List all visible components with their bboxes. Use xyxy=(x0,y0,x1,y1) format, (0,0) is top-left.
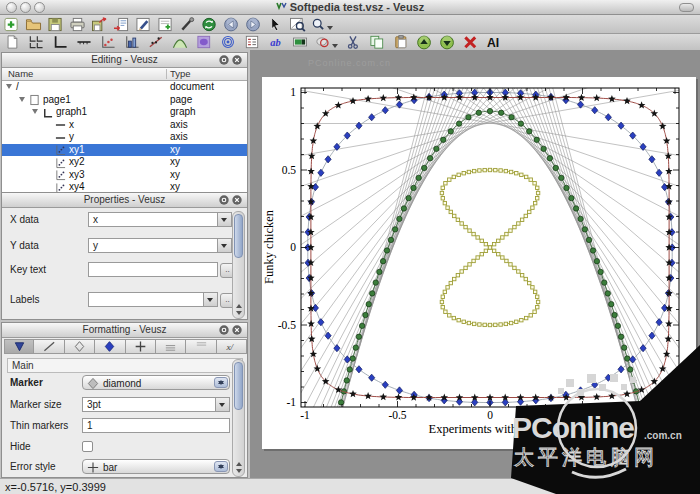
expander-icon[interactable] xyxy=(6,84,12,89)
svg-text:1: 1 xyxy=(290,86,296,98)
add-function-icon[interactable] xyxy=(171,34,189,50)
add-bar-icon[interactable] xyxy=(123,34,141,50)
widget-name[interactable]: xy2 xyxy=(69,156,85,169)
scroll-up-icon[interactable] xyxy=(236,304,242,308)
open-document-icon[interactable] xyxy=(25,16,42,32)
reload-datasets-icon[interactable] xyxy=(201,16,218,32)
tree-column-name[interactable]: Name xyxy=(8,68,33,79)
capture-data-icon[interactable] xyxy=(179,16,196,32)
formatting-scrollbar[interactable] xyxy=(232,359,245,477)
widget-name[interactable]: x xyxy=(69,119,74,132)
new-document-icon[interactable] xyxy=(3,16,20,32)
dropdown-button[interactable] xyxy=(203,293,217,306)
graph-canvas[interactable]: -1-0.500.5110.50-0.5-1Experiments with l… xyxy=(262,77,696,449)
tree-row-root[interactable]: /document xyxy=(2,81,247,94)
print-document-icon[interactable] xyxy=(69,16,86,32)
panel-close-icon[interactable] xyxy=(232,195,242,205)
expander-icon[interactable] xyxy=(19,97,25,102)
property-y-data-combo[interactable]: y xyxy=(88,238,232,253)
scrollbar-thumb[interactable] xyxy=(234,362,243,410)
rename-widget-icon[interactable]: AI xyxy=(485,34,503,50)
format-hide-checkbox[interactable] xyxy=(82,441,93,452)
format-error-style-popup[interactable]: bar xyxy=(82,459,230,474)
select-items-icon[interactable] xyxy=(267,16,284,32)
property-x-data-combo[interactable]: x xyxy=(88,212,232,227)
scroll-down-icon[interactable] xyxy=(236,311,242,315)
format-marker-popup[interactable]: diamond xyxy=(82,375,230,390)
format-marker-size-combo[interactable]: 3pt xyxy=(82,397,230,412)
save-document-icon[interactable] xyxy=(47,16,64,32)
widget-type: page xyxy=(170,94,192,107)
svg-text:-1: -1 xyxy=(300,409,310,421)
format-thin-markers-input[interactable]: 1 xyxy=(82,418,230,433)
delete-widget-icon[interactable] xyxy=(462,34,479,50)
document-view[interactable]: PConline.com.cn -1-0.500.5110.50-0.5-1Ex… xyxy=(250,50,700,478)
create-dataset-icon[interactable] xyxy=(157,16,174,32)
widget-name[interactable]: / xyxy=(16,81,19,94)
dropdown-button[interactable] xyxy=(217,239,231,252)
dropdown-caret-icon[interactable] xyxy=(327,26,333,30)
dropdown-caret-icon[interactable] xyxy=(332,44,338,48)
widget-name[interactable]: page1 xyxy=(43,94,71,107)
panel-float-icon[interactable] xyxy=(219,55,229,65)
stepper-button[interactable] xyxy=(214,377,228,388)
move-widget-up-icon[interactable] xyxy=(416,34,433,50)
scrollbar-thumb[interactable] xyxy=(234,214,243,258)
cut-widget-icon[interactable] xyxy=(344,34,362,50)
import-data-icon[interactable] xyxy=(113,16,130,32)
edit-data-icon[interactable] xyxy=(135,16,152,32)
previous-page-icon[interactable] xyxy=(223,16,240,32)
move-widget-down-icon[interactable] xyxy=(439,34,456,50)
widget-name[interactable]: graph1 xyxy=(56,106,87,119)
tree-row-xy2[interactable]: xy2xy xyxy=(2,156,247,169)
add-label-icon[interactable]: ab xyxy=(267,34,285,50)
scroll-down-icon[interactable] xyxy=(236,469,242,473)
add-image-icon[interactable] xyxy=(195,34,213,50)
widget-name[interactable]: xy1 xyxy=(69,144,85,157)
zoom-menu-icon[interactable] xyxy=(311,16,333,32)
property-labels-combo[interactable] xyxy=(88,292,218,307)
tree-row-x[interactable]: xaxis xyxy=(2,119,247,132)
zoom-into-graph-icon[interactable] xyxy=(289,16,306,32)
add-graph-icon[interactable] xyxy=(51,34,69,50)
add-shape-menu-icon[interactable] xyxy=(315,34,338,50)
widget-type: graph xyxy=(170,106,196,119)
toolbar-toggle-button[interactable] xyxy=(679,3,694,12)
export-graphics-icon[interactable] xyxy=(91,16,108,32)
expander-icon[interactable] xyxy=(32,109,38,114)
next-page-icon[interactable] xyxy=(245,16,262,32)
tree-column-header[interactable]: Name Type xyxy=(2,68,247,81)
widget-name[interactable]: y xyxy=(69,131,74,144)
paste-widget-icon[interactable] xyxy=(392,34,410,50)
tree-row-graph1[interactable]: graph1graph xyxy=(2,106,247,119)
widget-type: xy xyxy=(170,156,180,169)
panel-close-icon[interactable] xyxy=(232,55,242,65)
tree-column-type[interactable]: Type xyxy=(170,68,191,79)
column-separator[interactable] xyxy=(166,69,167,79)
stepper-button[interactable] xyxy=(214,461,228,472)
panel-float-icon[interactable] xyxy=(219,195,229,205)
add-contour-icon[interactable] xyxy=(219,34,237,50)
dropdown-button[interactable] xyxy=(215,398,229,411)
add-grid-icon[interactable] xyxy=(27,34,45,50)
add-axis-icon[interactable] xyxy=(75,34,93,50)
copy-widget-icon[interactable] xyxy=(368,34,386,50)
format-marker-value: diamond xyxy=(103,378,141,389)
add-key-icon[interactable] xyxy=(243,34,261,50)
add-xy-icon[interactable] xyxy=(99,34,117,50)
tree-row-y[interactable]: yaxis xyxy=(2,131,247,144)
scroll-up-icon[interactable] xyxy=(236,462,242,466)
tree-row-xy3[interactable]: xy3xy xyxy=(2,169,247,182)
svg-text:0.5: 0.5 xyxy=(282,164,297,176)
dropdown-button[interactable] xyxy=(217,213,231,226)
veusz-window: Softpedia test.vsz - Veusz abAI Editing … xyxy=(0,0,700,494)
properties-scrollbar[interactable] xyxy=(232,211,245,319)
add-fit-icon[interactable] xyxy=(147,34,165,50)
add-colorbar-icon[interactable] xyxy=(291,34,309,50)
plot-page[interactable]: -1-0.500.5110.50-0.5-1Experiments with l… xyxy=(262,77,696,449)
tree-row-page1[interactable]: page1page xyxy=(2,94,247,107)
add-page-icon[interactable] xyxy=(3,34,21,50)
tree-row-xy1[interactable]: xy1xy xyxy=(2,144,247,157)
property-key-text-input[interactable] xyxy=(88,262,218,277)
widget-name[interactable]: xy3 xyxy=(69,169,85,182)
